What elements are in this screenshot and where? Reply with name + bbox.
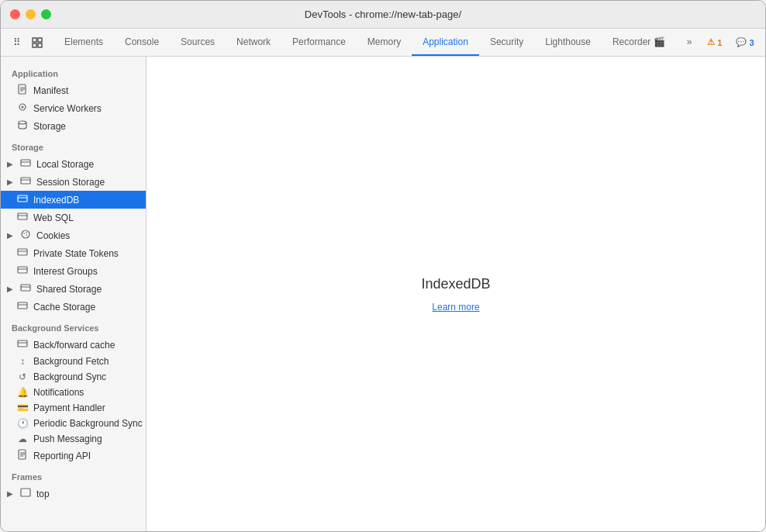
tab-performance[interactable]: Performance: [281, 29, 357, 56]
svg-point-22: [26, 232, 27, 233]
interest-groups-icon: [16, 264, 29, 278]
sidebar-item-web-sql[interactable]: Web SQL: [1, 209, 146, 226]
svg-point-21: [26, 234, 27, 236]
window-controls: [10, 9, 51, 19]
sidebar-item-periodic-background-sync[interactable]: 🕐 Periodic Background Sync: [1, 416, 146, 431]
tab-security[interactable]: Security: [479, 29, 534, 56]
sidebar-item-payment-handler[interactable]: 💳 Payment Handler: [1, 400, 146, 416]
sidebar-item-shared-storage[interactable]: ▶ Shared Storage: [1, 280, 146, 298]
toolbar-right: ⚠ 1 💬 3 ⚙ ⋮: [702, 33, 766, 52]
tab-console[interactable]: Console: [114, 29, 170, 56]
reporting-api-icon: [16, 449, 29, 462]
settings-button[interactable]: ⚙: [764, 33, 766, 52]
svg-rect-27: [21, 285, 30, 291]
cache-storage-icon: [16, 300, 29, 313]
cache-storage-label: Cache Storage: [33, 302, 95, 313]
manifest-label: Manifest: [33, 85, 68, 96]
svg-rect-15: [18, 195, 27, 202]
payment-handler-icon: 💳: [16, 402, 29, 413]
svg-rect-37: [21, 489, 30, 496]
cookies-arrow: ▶: [7, 231, 15, 240]
sidebar-item-private-state-tokens[interactable]: Private State Tokens: [1, 244, 146, 262]
sidebar-item-top[interactable]: ▶ top: [1, 485, 146, 503]
push-messaging-label: Push Messaging: [33, 434, 102, 444]
local-storage-arrow: ▶: [7, 160, 15, 168]
top-frame-label: top: [36, 489, 50, 499]
manifest-icon: [16, 84, 29, 97]
top-arrow: ▶: [7, 489, 15, 498]
sidebar-item-interest-groups[interactable]: Interest Groups: [1, 262, 146, 280]
tab-more[interactable]: »: [676, 29, 703, 56]
svg-rect-23: [18, 249, 27, 255]
warning-badge[interactable]: ⚠ 1: [702, 36, 726, 49]
storage-section-label: Storage: [1, 135, 146, 155]
storage-app-label: Storage: [33, 121, 66, 132]
sidebar-item-background-fetch[interactable]: ↕ Background Fetch: [1, 354, 146, 369]
tab-recorder[interactable]: Recorder 🎬: [602, 29, 676, 56]
notifications-label: Notifications: [33, 387, 84, 398]
application-section-label: Application: [1, 61, 146, 81]
main-area: Application Manifest Service Workers Sto…: [1, 57, 765, 531]
sidebar-item-local-storage[interactable]: ▶ Local Storage: [1, 155, 146, 173]
svg-rect-17: [18, 213, 27, 219]
svg-rect-2: [33, 43, 36, 47]
back-forward-cache-icon: [16, 338, 29, 351]
warning-count: 1: [717, 38, 722, 47]
service-workers-label: Service Workers: [33, 103, 102, 114]
shared-storage-label: Shared Storage: [36, 284, 102, 295]
info-badge[interactable]: 💬 3: [731, 36, 758, 49]
indexeddb-label: IndexedDB: [33, 195, 79, 206]
push-messaging-icon: ☁: [16, 434, 29, 444]
sidebar-item-push-messaging[interactable]: ☁ Push Messaging: [1, 431, 146, 447]
reporting-api-label: Reporting API: [33, 451, 91, 461]
content-title: IndexedDB: [421, 276, 490, 292]
tab-elements[interactable]: Elements: [53, 29, 114, 56]
sidebar-item-background-sync[interactable]: ↺ Background Sync: [1, 369, 146, 385]
learn-more-link[interactable]: Learn more: [432, 302, 479, 313]
sidebar-item-notifications[interactable]: 🔔 Notifications: [1, 385, 146, 400]
interest-groups-label: Interest Groups: [33, 266, 98, 277]
info-icon: 💬: [736, 37, 747, 47]
periodic-background-sync-icon: 🕐: [16, 418, 29, 429]
session-storage-icon: [19, 175, 32, 188]
web-sql-label: Web SQL: [33, 212, 74, 223]
sidebar-item-cache-storage[interactable]: Cache Storage: [1, 298, 146, 316]
background-fetch-icon: ↕: [16, 356, 29, 367]
minimize-button[interactable]: [26, 9, 36, 19]
tab-memory[interactable]: Memory: [357, 29, 412, 56]
tab-application[interactable]: Application: [412, 29, 479, 56]
svg-rect-0: [33, 38, 36, 42]
dock-icon[interactable]: ⠿: [9, 34, 26, 51]
sidebar-item-back-forward-cache[interactable]: Back/forward cache: [1, 336, 146, 354]
sidebar-item-service-workers[interactable]: Service Workers: [1, 99, 146, 117]
svg-point-20: [23, 233, 25, 234]
background-fetch-label: Background Fetch: [33, 356, 109, 367]
tab-list: Elements Console Sources Network Perform…: [53, 29, 702, 56]
sidebar-item-cookies[interactable]: ▶ Cookies: [1, 226, 146, 244]
sidebar-item-storage-app[interactable]: Storage: [1, 117, 146, 135]
maximize-button[interactable]: [41, 9, 51, 19]
svg-rect-11: [21, 160, 30, 166]
sidebar-item-reporting-api[interactable]: Reporting API: [1, 447, 146, 465]
inspect-icon[interactable]: [29, 34, 46, 51]
warning-icon: ⚠: [707, 37, 715, 47]
storage-app-icon: [16, 119, 29, 133]
svg-rect-3: [38, 43, 42, 47]
devtools-window: DevTools - chrome://new-tab-page/ ⠿ Elem…: [0, 0, 766, 532]
frames-section-label: Frames: [1, 465, 146, 485]
tab-network[interactable]: Network: [226, 29, 281, 56]
svg-rect-25: [18, 267, 27, 273]
content-area: IndexedDB Learn more: [147, 57, 765, 531]
shared-storage-icon: [19, 282, 32, 295]
svg-rect-13: [21, 178, 30, 184]
sidebar-item-manifest[interactable]: Manifest: [1, 81, 146, 99]
sidebar: Application Manifest Service Workers Sto…: [1, 57, 147, 531]
tab-lighthouse[interactable]: Lighthouse: [534, 29, 602, 56]
toolbar-icons: ⠿: [4, 34, 50, 51]
sidebar-item-session-storage[interactable]: ▶ Session Storage: [1, 173, 146, 191]
close-button[interactable]: [10, 9, 20, 19]
indexeddb-icon: [16, 193, 29, 206]
sidebar-item-indexeddb[interactable]: IndexedDB: [1, 191, 146, 209]
tab-sources[interactable]: Sources: [170, 29, 226, 56]
payment-handler-label: Payment Handler: [33, 402, 105, 413]
